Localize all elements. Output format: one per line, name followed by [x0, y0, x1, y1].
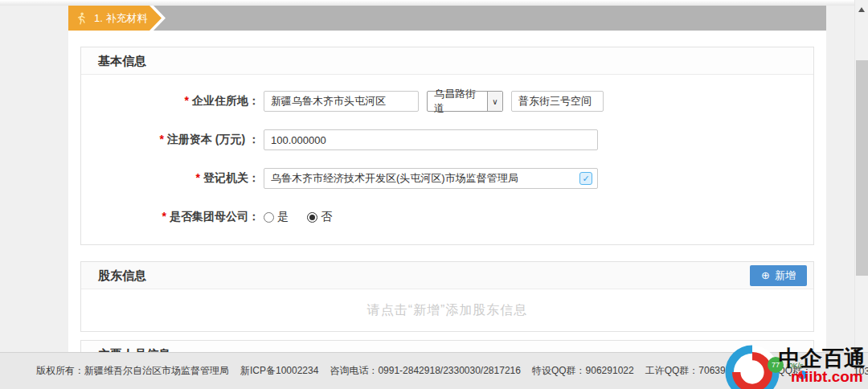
basic-info-header: 基本信息 [81, 47, 813, 75]
registry-authority-input[interactable] [264, 168, 598, 189]
shareholders-card: 股东信息 ⊕ 新增 请点击“新增”添加股东信息 [80, 261, 814, 332]
capital-label: *注册资本 (万元) ： [81, 133, 260, 147]
main-column: 1. 补充材料 基本信息 *企业住所地： 乌昌路街道 ∨ [68, 6, 826, 389]
radio-option-yes[interactable]: 是 [264, 210, 289, 224]
plus-circle-icon: ⊕ [761, 269, 770, 281]
runner-icon [76, 12, 87, 25]
basic-info-card: 基本信息 *企业住所地： 乌昌路街道 ∨ [80, 47, 814, 245]
watermark-domain-text: miibt.com [791, 368, 863, 386]
step-tab-supplementary-materials[interactable]: 1. 补充材料 [68, 6, 162, 31]
required-asterisk: * [185, 94, 189, 107]
watermark: 77 ↓0K/s 中企百通 miibt.com [722, 343, 868, 389]
checkbox-checked-icon[interactable]: ✓ [579, 172, 592, 185]
step-progress-bar: 1. 补充材料 [68, 6, 826, 31]
address-region-input[interactable] [264, 91, 419, 112]
street-select[interactable]: 乌昌路街道 ∨ [427, 91, 503, 112]
shareholders-title: 股东信息 [98, 262, 146, 289]
registry-label: *登记机关： [81, 171, 260, 186]
radio-option-no[interactable]: 否 [307, 210, 332, 224]
vertical-scrollbar[interactable] [854, 0, 868, 352]
scrollbar-up-arrow-icon[interactable] [858, 7, 865, 12]
street-select-value: 乌昌路街道 [428, 92, 487, 111]
scrollbar-thumb[interactable] [856, 60, 868, 276]
shareholders-empty-hint: 请点击“新增”添加股东信息 [81, 289, 813, 331]
address-label: *企业住所地： [81, 94, 260, 109]
top-strip [0, 0, 868, 6]
footer-phone: 咨询电话：0991-2842918/2330030/2817216 [330, 364, 521, 378]
shareholders-header: 股东信息 ⊕ 新增 [81, 262, 813, 289]
address-detail-input[interactable] [511, 91, 604, 112]
add-shareholder-button[interactable]: ⊕ 新增 [750, 265, 807, 286]
radio-circle-icon[interactable] [264, 212, 274, 223]
group-parent-row: *是否集团母公司： 是 否 [81, 198, 813, 236]
registry-row: *登记机关： ✓ [81, 159, 813, 198]
footer-copyright: 版权所有：新疆维吾尔自治区市场监督管理局 [36, 364, 229, 378]
footer-icp: 新ICP备10002234 [240, 364, 318, 378]
address-row: *企业住所地： 乌昌路街道 ∨ [81, 82, 813, 121]
chevron-down-icon[interactable]: ∨ [487, 92, 502, 111]
required-asterisk: * [159, 133, 163, 145]
radio-circle-icon[interactable] [307, 212, 317, 223]
form-content-panel: 基本信息 *企业住所地： 乌昌路街道 ∨ [68, 31, 826, 389]
group-parent-label: *是否集团母公司： [81, 210, 260, 224]
required-asterisk: * [162, 210, 166, 223]
required-asterisk: * [196, 171, 200, 184]
registered-capital-input[interactable] [264, 129, 598, 150]
step-tab-label: 1. 补充材料 [94, 11, 147, 26]
basic-info-body: *企业住所地： 乌昌路街道 ∨ *注册资本 (万元) ： [81, 75, 813, 244]
footer-qq-special: 特设QQ群：906291022 [532, 364, 634, 378]
capital-row: *注册资本 (万元) ： [81, 121, 813, 159]
